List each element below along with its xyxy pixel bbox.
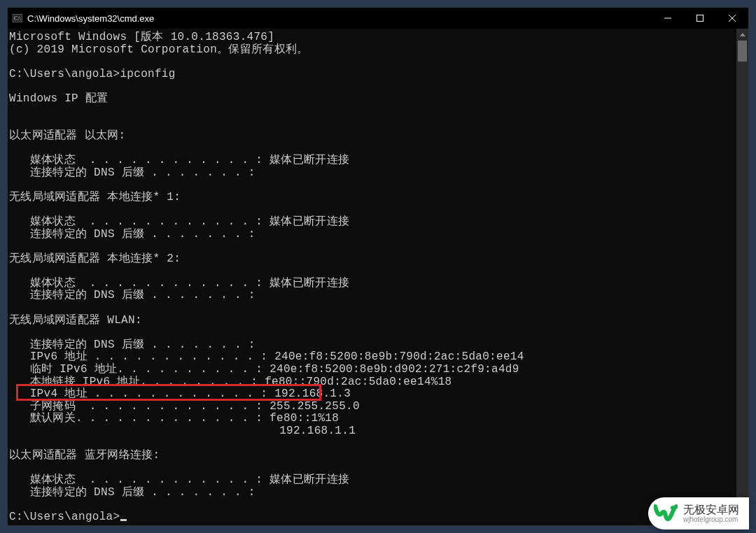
output-line: 媒体状态 . . . . . . . . . . . . : 媒体已断开连接 [9, 155, 747, 167]
watermark: 无极安卓网 wjhotelgroup.com [648, 497, 749, 530]
svg-marker-6 [740, 33, 746, 36]
minimize-button[interactable] [652, 8, 684, 29]
scroll-up-button[interactable] [736, 29, 748, 41]
scrollbar[interactable] [736, 29, 748, 525]
svg-text:C:\: C:\ [14, 15, 22, 22]
ipv4-line: IPv4 地址 . . . . . . . . . . . . : 192.16… [9, 388, 747, 401]
output-line: (c) 2019 Microsoft Corporation。保留所有权利。 [9, 44, 747, 57]
window-title: C:\Windows\system32\cmd.exe [27, 13, 154, 24]
output-line: 连接特定的 DNS 后缀 . . . . . . . : [9, 167, 747, 180]
cmd-icon: C:\ [12, 13, 23, 24]
adapter-header: 无线局域网适配器 本地连接* 1: [9, 192, 747, 204]
output-line: IPv6 地址 . . . . . . . . . . . . : 240e:f… [9, 351, 747, 364]
output-line: Windows IP 配置 [9, 93, 747, 106]
scroll-track[interactable] [736, 41, 748, 513]
maximize-button[interactable] [684, 8, 716, 29]
output-line: 临时 IPv6 地址. . . . . . . . . . : 240e:f8:… [9, 364, 747, 376]
cursor [120, 519, 127, 521]
output-line: 默认网关. . . . . . . . . . . . . : fe80::1%… [9, 413, 747, 425]
prompt-line: C:\Users\angola> [9, 511, 747, 524]
watermark-logo-icon [654, 502, 678, 525]
output-line: 本地链接 IPv6 地址. . . . . . . . : fe80::790d… [9, 376, 747, 389]
prompt-line: C:\Users\angola>ipconfig [9, 69, 747, 81]
output-line: 连接特定的 DNS 后缀 . . . . . . . : [9, 487, 747, 499]
output-line: 192.168.1.1 [9, 425, 747, 438]
output-line: 媒体状态 . . . . . . . . . . . . : 媒体已断开连接 [9, 278, 747, 290]
watermark-title: 无极安卓网 [683, 504, 739, 516]
output-line: 子网掩码 . . . . . . . . . . . . : 255.255.2… [9, 401, 747, 413]
output-line: 连接特定的 DNS 后缀 . . . . . . . : [9, 339, 747, 352]
adapter-header: 以太网适配器 以太网: [9, 130, 747, 143]
terminal-output[interactable]: Microsoft Windows [版本 10.0.18363.476](c)… [8, 29, 748, 525]
output-line: 连接特定的 DNS 后缀 . . . . . . . : [9, 290, 747, 302]
output-line: 媒体状态 . . . . . . . . . . . . : 媒体已断开连接 [9, 474, 747, 487]
svg-point-8 [671, 506, 675, 510]
output-line: 媒体状态 . . . . . . . . . . . . : 媒体已断开连接 [9, 216, 747, 229]
output-line: Microsoft Windows [版本 10.0.18363.476] [9, 31, 747, 44]
svg-rect-3 [697, 15, 704, 22]
close-button[interactable] [716, 8, 748, 29]
adapter-header: 以太网适配器 蓝牙网络连接: [9, 450, 747, 462]
cmd-window: C:\ C:\Windows\system32\cmd.exe Microsof… [7, 7, 749, 526]
scroll-thumb[interactable] [738, 41, 747, 62]
titlebar[interactable]: C:\ C:\Windows\system32\cmd.exe [8, 8, 748, 29]
output-line: 连接特定的 DNS 后缀 . . . . . . . : [9, 229, 747, 241]
watermark-url: wjhotelgroup.com [683, 516, 739, 523]
adapter-header: 无线局域网适配器 WLAN: [9, 315, 747, 327]
adapter-header: 无线局域网适配器 本地连接* 2: [9, 253, 747, 266]
